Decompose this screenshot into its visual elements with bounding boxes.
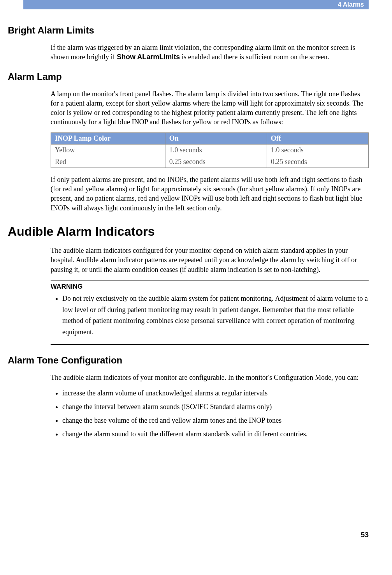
text-span: is enabled and there is sufficient room … xyxy=(180,53,329,61)
table-cell: 0.25 seconds xyxy=(165,156,267,168)
chapter-label: 4 Alarms xyxy=(338,1,364,8)
warning-block: WARNING Do not rely exclusively on the a… xyxy=(51,280,369,345)
inop-lamp-table: INOP Lamp Color On Off Yellow 1.0 second… xyxy=(51,132,369,168)
table-cell: 1.0 seconds xyxy=(165,144,267,156)
table-header-row: INOP Lamp Color On Off xyxy=(51,132,369,144)
paragraph: If the alarm was triggered by an alarm l… xyxy=(51,43,369,62)
paragraph: The audible alarm indicators configured … xyxy=(51,246,369,274)
warning-label: WARNING xyxy=(51,283,369,291)
table-header: On xyxy=(165,132,267,144)
list-item: change the alarm sound to suit the diffe… xyxy=(62,429,369,440)
paragraph: If only patient alarms are present, and … xyxy=(51,175,369,213)
heading-bright-alarm-limits: Bright Alarm Limits xyxy=(8,25,369,36)
table-cell: 0.25 seconds xyxy=(267,156,368,168)
table-cell: Red xyxy=(51,156,165,168)
heading-alarm-tone-configuration: Alarm Tone Configuration xyxy=(8,355,369,366)
list-item: change the interval between alarm sounds… xyxy=(62,401,369,413)
heading-alarm-lamp: Alarm Lamp xyxy=(8,71,369,82)
header-bar: 4 Alarms xyxy=(23,0,369,9)
table-cell: 1.0 seconds xyxy=(267,144,368,156)
heading-audible-alarm-indicators: Audible Alarm Indicators xyxy=(8,224,369,239)
config-list: increase the alarm volume of unacknowled… xyxy=(51,388,369,439)
list-item: Do not rely exclusively on the audible a… xyxy=(62,293,369,338)
paragraph: The audible alarm indicators of your mon… xyxy=(51,373,369,382)
list-item: change the base volume of the red and ye… xyxy=(62,415,369,426)
table-row: Red 0.25 seconds 0.25 seconds xyxy=(51,156,369,168)
table-header: Off xyxy=(267,132,368,144)
table-cell: Yellow xyxy=(51,144,165,156)
list-item: increase the alarm volume of unacknowled… xyxy=(62,388,369,399)
paragraph: A lamp on the monitor's front panel flas… xyxy=(51,89,369,127)
page-content: 4 Alarms Bright Alarm Limits If the alar… xyxy=(0,0,392,461)
table-row: Yellow 1.0 seconds 1.0 seconds xyxy=(51,144,369,156)
table-header: INOP Lamp Color xyxy=(51,132,165,144)
ui-label-show-alarm-limits: Show ALarmLimits xyxy=(117,53,180,61)
warning-list: Do not rely exclusively on the audible a… xyxy=(51,293,369,338)
